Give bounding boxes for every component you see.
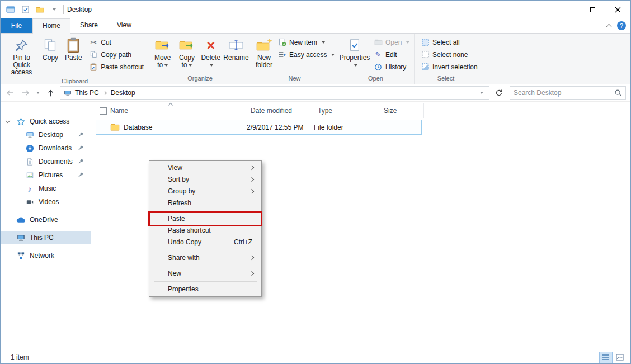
open-icon <box>374 38 383 47</box>
paste-button[interactable]: Paste <box>62 35 85 63</box>
paste-shortcut-button[interactable]: Paste shortcut <box>87 62 145 72</box>
dropdown-caret-icon <box>164 64 168 67</box>
sidebar-item-pictures[interactable]: Pictures <box>1 168 91 182</box>
pictures-icon <box>25 172 35 179</box>
move-to-button[interactable]: Move to <box>150 35 175 70</box>
column-header-date-modified[interactable]: Date modified <box>247 103 314 118</box>
menu-separator <box>154 266 257 266</box>
menu-item-paste-shortcut[interactable]: Paste shortcut <box>149 225 261 237</box>
select-none-button[interactable]: Select none <box>419 49 479 60</box>
sidebar-item-label: Network <box>30 252 54 259</box>
menu-item-view[interactable]: View <box>149 162 261 174</box>
qat-properties-button[interactable] <box>20 4 31 15</box>
column-header-size[interactable]: Size <box>380 103 424 118</box>
breadcrumb-chevron-icon[interactable] <box>103 91 107 94</box>
file-date-modified: 2/9/2017 12:55 PM <box>244 124 312 131</box>
cut-button[interactable]: Cut <box>87 37 145 48</box>
menu-item-properties[interactable]: Properties <box>149 283 261 295</box>
select-all-checkbox[interactable] <box>100 107 107 115</box>
sidebar-item-music[interactable]: Music <box>1 182 91 195</box>
history-clock-icon <box>374 63 383 72</box>
copy-button[interactable]: Copy <box>39 35 62 63</box>
large-icons-view-button[interactable] <box>614 352 626 363</box>
paste-shortcut-icon <box>89 63 98 72</box>
search-icon[interactable] <box>614 89 622 97</box>
breadcrumb-this-pc[interactable]: This PC <box>72 87 102 99</box>
recent-locations-chevron[interactable] <box>34 86 42 100</box>
tab-view[interactable]: View <box>107 18 141 33</box>
new-folder-icon <box>256 36 272 54</box>
chevron-down-icon[interactable] <box>6 119 10 123</box>
qat-customize-chevron-icon[interactable] <box>49 4 60 15</box>
sidebar-item-documents[interactable]: Documents <box>1 155 91 168</box>
maximize-button[interactable] <box>580 1 605 18</box>
clipboard-icon <box>67 36 80 54</box>
easy-access-icon <box>277 50 286 59</box>
delete-button[interactable]: Delete <box>199 35 223 70</box>
menu-item-group-by[interactable]: Group by <box>149 186 261 197</box>
new-folder-button[interactable]: New folder <box>255 35 274 70</box>
sidebar-item-this-pc[interactable]: This PC <box>1 231 91 244</box>
file-row-database[interactable]: Database 2/9/2017 12:55 PM File folder <box>96 120 422 135</box>
menu-item-share-with[interactable]: Share with <box>149 252 261 264</box>
sidebar-item-quick-access[interactable]: Quick access <box>1 115 91 128</box>
collapse-ribbon-button[interactable] <box>601 18 616 33</box>
close-button[interactable] <box>605 1 630 18</box>
large-icons-view-icon <box>616 354 624 361</box>
breadcrumb-desktop[interactable]: Desktop <box>107 87 139 99</box>
forward-button <box>18 86 33 100</box>
sidebar-item-onedrive[interactable]: OneDrive <box>1 213 91 226</box>
submenu-arrow-icon <box>249 177 254 182</box>
copy-to-icon <box>179 36 195 54</box>
sidebar-item-label: Music <box>39 185 56 192</box>
onedrive-cloud-icon <box>16 217 26 223</box>
dropdown-caret-icon <box>189 64 192 67</box>
search-input[interactable] <box>514 89 614 97</box>
sidebar-item-network[interactable]: Network <box>1 249 91 262</box>
titlebar: Desktop <box>1 1 630 18</box>
sort-ascending-icon <box>168 103 173 107</box>
this-pc-icon <box>64 89 72 97</box>
menu-item-refresh[interactable]: Refresh <box>149 197 261 209</box>
tab-home[interactable]: Home <box>32 18 70 34</box>
menu-item-sort-by[interactable]: Sort by <box>149 174 261 186</box>
invert-selection-button[interactable]: Invert selection <box>419 62 479 72</box>
select-all-button[interactable]: Select all <box>419 37 479 48</box>
easy-access-button[interactable]: Easy access <box>276 49 336 60</box>
details-view-button[interactable] <box>600 352 612 363</box>
sidebar-item-downloads[interactable]: Downloads <box>1 141 91 155</box>
back-arrow-icon <box>6 88 15 97</box>
menu-separator <box>154 250 257 250</box>
column-header-name[interactable]: Name <box>96 103 247 118</box>
network-icon <box>16 252 26 260</box>
address-bar[interactable]: This PC Desktop <box>60 86 489 100</box>
rename-button[interactable]: Rename <box>223 35 249 63</box>
minimize-button[interactable] <box>555 1 580 18</box>
forward-arrow-icon <box>21 88 30 97</box>
pin-to-quick-access-button[interactable]: Pin to Quick access <box>4 35 39 77</box>
history-button[interactable]: History <box>372 62 411 72</box>
properties-button[interactable]: Properties <box>340 35 370 70</box>
menu-item-undo-copy[interactable]: Undo Copy Ctrl+Z <box>149 237 261 248</box>
file-menu-button[interactable]: File <box>1 18 32 33</box>
up-button[interactable] <box>43 86 58 100</box>
help-icon[interactable] <box>617 21 626 30</box>
copy-to-button[interactable]: Copy to <box>175 35 199 70</box>
column-header-type[interactable]: Type <box>314 103 380 118</box>
refresh-button[interactable] <box>492 86 506 100</box>
copy-path-button[interactable]: Copy path <box>87 49 145 60</box>
qat-new-folder-button[interactable] <box>34 4 45 15</box>
sidebar-item-desktop[interactable]: Desktop <box>1 128 91 141</box>
new-item-button[interactable]: New item <box>276 37 336 48</box>
search-box[interactable] <box>510 86 626 100</box>
menu-item-paste[interactable]: Paste <box>149 213 261 225</box>
scissors-icon <box>89 38 98 47</box>
sidebar-item-label: Documents <box>39 158 73 166</box>
address-history-chevron[interactable] <box>477 92 487 94</box>
tab-share[interactable]: Share <box>70 18 107 33</box>
sidebar-item-videos[interactable]: Videos <box>1 195 91 209</box>
music-note-icon <box>25 184 35 193</box>
menu-item-new[interactable]: New <box>149 268 261 280</box>
keyboard-shortcut: Ctrl+Z <box>234 237 252 248</box>
edit-button[interactable]: Edit <box>372 49 411 60</box>
